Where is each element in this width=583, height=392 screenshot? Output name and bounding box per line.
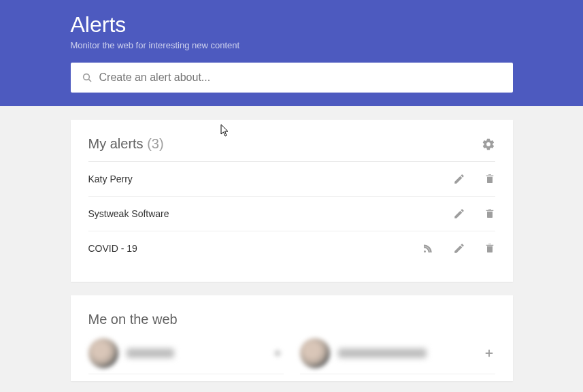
- search-input[interactable]: [99, 71, 502, 84]
- alert-name[interactable]: Systweak Software: [88, 208, 169, 219]
- search-icon: [82, 72, 93, 83]
- svg-line-1: [88, 79, 91, 82]
- me-on-web-title: Me on the web: [88, 312, 178, 327]
- alert-row: Katy Perry: [88, 162, 495, 197]
- me-suggestion-label: [127, 348, 174, 358]
- me-suggestion[interactable]: [88, 338, 284, 374]
- me-on-web-card: Me on the web: [71, 295, 513, 381]
- trash-icon[interactable]: [484, 173, 495, 185]
- pencil-icon[interactable]: [453, 242, 465, 255]
- my-alerts-title: My alerts (3): [88, 136, 164, 152]
- svg-point-2: [424, 250, 426, 252]
- avatar: [88, 338, 118, 368]
- plus-icon[interactable]: [483, 347, 495, 359]
- me-suggestion-label: [338, 348, 427, 358]
- svg-point-0: [83, 74, 89, 80]
- trash-icon[interactable]: [484, 208, 495, 220]
- search-box[interactable]: [71, 63, 513, 93]
- alert-name[interactable]: Katy Perry: [88, 174, 133, 184]
- page-subtitle: Monitor the web for interesting new cont…: [71, 40, 513, 50]
- page-title: Alerts: [71, 12, 513, 37]
- rss-icon[interactable]: [422, 242, 434, 255]
- alert-row: COVID - 19: [88, 231, 495, 265]
- gear-icon[interactable]: [482, 137, 495, 151]
- header-banner: Alerts Monitor the web for interesting n…: [0, 0, 583, 106]
- pencil-icon[interactable]: [453, 173, 465, 185]
- trash-icon[interactable]: [484, 242, 495, 255]
- me-suggestion[interactable]: [300, 338, 495, 374]
- my-alerts-card: My alerts (3) Katy Perry Systweak Softwa…: [71, 120, 513, 282]
- avatar: [300, 338, 330, 368]
- pencil-icon[interactable]: [453, 208, 465, 220]
- alert-row: Systweak Software: [88, 197, 495, 231]
- alert-name[interactable]: COVID - 19: [88, 243, 137, 254]
- plus-icon[interactable]: [271, 347, 284, 359]
